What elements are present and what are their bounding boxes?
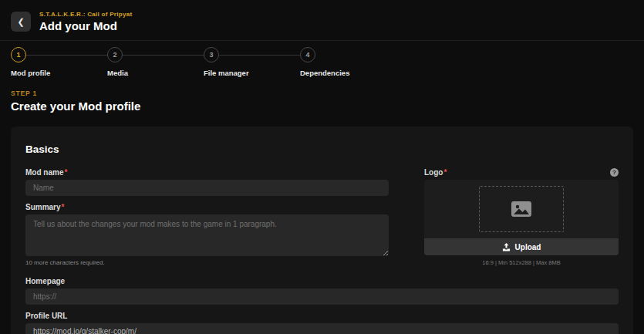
mod-name-field-group: Mod name* <box>25 168 389 196</box>
step-connector <box>26 55 107 56</box>
logo-dropzone[interactable] <box>424 180 619 238</box>
step-circle-1[interactable]: 1 <box>11 47 26 62</box>
step-label: Dependencies <box>300 69 349 77</box>
profile-url-label: Profile URL <box>25 312 619 320</box>
game-title: S.T.A.L.K.E.R.: Call of Pripyat <box>39 11 132 18</box>
step-title: Create your Mod profile <box>11 100 633 113</box>
step-circle-4[interactable]: 4 <box>300 47 315 62</box>
image-icon <box>511 201 531 217</box>
stepper-step-media: 2 Media <box>107 46 204 77</box>
mod-name-label: Mod name* <box>25 168 389 177</box>
summary-helper-text: 10 more characters required. <box>25 259 389 266</box>
page-title: Add your Mod <box>39 19 132 32</box>
wizard-stepper: 1 Mod profile 2 Media 3 File manager 4 D… <box>0 41 644 77</box>
summary-label: Summary* <box>25 203 389 211</box>
step-label: Media <box>107 69 204 77</box>
homepage-field-group: Homepage <box>25 277 619 305</box>
chevron-left-icon: ❮ <box>17 18 24 26</box>
step-circle-3[interactable]: 3 <box>204 47 219 62</box>
logo-label: Logo* <box>424 168 447 177</box>
step-connector <box>123 55 204 56</box>
back-button[interactable]: ❮ <box>11 12 31 32</box>
required-asterisk: * <box>64 168 67 177</box>
step-circle-2[interactable]: 2 <box>107 47 123 62</box>
required-asterisk: * <box>443 168 447 177</box>
stepper-step-dependencies: 4 Dependencies <box>300 46 349 77</box>
upload-icon <box>502 243 511 251</box>
step-label: File manager <box>204 69 300 77</box>
homepage-input[interactable] <box>25 288 619 305</box>
logo-dropzone-target <box>479 186 564 232</box>
help-icon[interactable]: ? <box>610 168 619 177</box>
mod-name-input[interactable] <box>25 180 389 196</box>
header: ❮ S.T.A.L.K.E.R.: Call of Pripyat Add yo… <box>0 0 644 41</box>
profile-url-field-group: Profile URL <box>25 312 619 334</box>
stepper-step-file-manager: 3 File manager <box>204 46 300 77</box>
stepper-step-mod-profile: 1 Mod profile <box>11 46 107 77</box>
summary-field-group: Summary* 10 more characters required. <box>25 203 389 266</box>
logo-column: Logo* ? <box>424 168 619 273</box>
step-label: Mod profile <box>11 69 107 77</box>
profile-url-input[interactable] <box>25 323 619 334</box>
basics-section-title: Basics <box>25 143 619 155</box>
homepage-label: Homepage <box>25 277 619 285</box>
summary-textarea[interactable] <box>25 214 389 256</box>
step-heading: STEP 1 Create your Mod profile <box>0 77 644 113</box>
upload-button-label: Upload <box>515 243 541 251</box>
logo-upload-card: Upload <box>424 180 619 255</box>
upload-button[interactable]: Upload <box>424 238 619 255</box>
step-eyebrow: STEP 1 <box>11 89 633 97</box>
logo-requirements-text: 16:9 | Min 512x288 | Max 8MB <box>424 259 619 266</box>
header-titles: S.T.A.L.K.E.R.: Call of Pripyat Add your… <box>39 11 132 32</box>
step-connector <box>219 55 300 56</box>
required-asterisk: * <box>62 203 65 211</box>
basics-card: Basics Mod name* Summary* 10 more charac… <box>11 127 633 334</box>
basics-left-column: Mod name* Summary* 10 more characters re… <box>25 168 389 273</box>
